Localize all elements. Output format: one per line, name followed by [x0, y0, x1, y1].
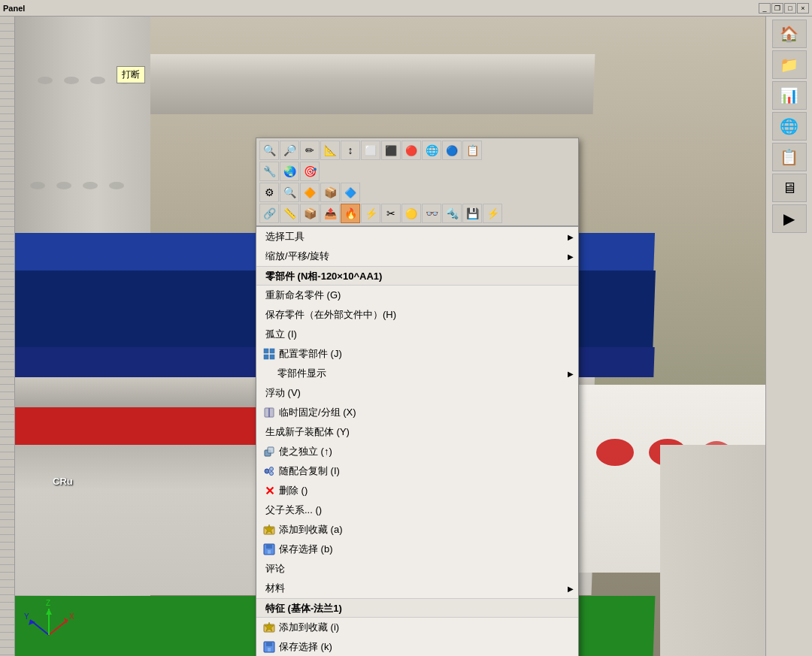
add-favorites2-label: 添加到收藏 (i) [279, 621, 339, 634]
svg-rect-23 [270, 355, 274, 359]
tb-scissors[interactable]: ✂ [381, 204, 401, 223]
menu-isolate[interactable]: 孤立 (I) [256, 325, 578, 344]
toolbar-row-2: 🔧 🌏 🎯 [259, 162, 575, 181]
save-icon [262, 543, 276, 556]
svg-rect-40 [268, 648, 271, 651]
menu-temp-fix[interactable]: 临时固定/分组 (X) [256, 403, 578, 422]
tb-ruler[interactable]: 📏 [280, 204, 299, 223]
right-icon-monitor[interactable]: 🖥 [772, 174, 807, 202]
menu-config-parts[interactable]: 配置零部件 (J) [256, 344, 578, 364]
independent-label: 使之独立 (↑) [279, 445, 332, 458]
tb-measure[interactable]: 📐 [320, 141, 340, 160]
fix-icon [262, 406, 276, 419]
maximize-btn2[interactable]: □ [784, 3, 796, 14]
tb-search1[interactable]: 🔍 [259, 141, 279, 160]
close-btn[interactable]: × [797, 3, 809, 14]
right-icon-folder[interactable]: 📁 [772, 50, 807, 79]
tb-glasses[interactable]: 👓 [422, 204, 441, 223]
tb-link[interactable]: 🔗 [259, 204, 279, 223]
tb-save[interactable]: 💾 [462, 204, 482, 223]
svg-rect-22 [264, 355, 268, 359]
tb-magnify[interactable]: 🔍 [280, 183, 299, 202]
menu-save-selection[interactable]: 保存选择 (b) [256, 540, 578, 559]
tb-bolt2[interactable]: 🔩 [442, 204, 462, 223]
tb-box[interactable]: ⬜ [361, 141, 380, 160]
tb-diamond[interactable]: 🔶 [300, 183, 320, 202]
independent-icon [262, 445, 276, 458]
right-icon-home[interactable]: 🏠 [772, 20, 807, 48]
scale-move-label: 缩放/平移/旋转 [265, 249, 329, 263]
tb-blue-diamond[interactable]: 🔷 [341, 183, 360, 202]
temp-fix-label: 临时固定/分组 (X) [279, 406, 356, 419]
tb-edit[interactable]: ✏ [300, 141, 320, 160]
copy-icon [262, 464, 276, 478]
tb-package[interactable]: 📦 [320, 183, 340, 202]
menu-comment[interactable]: 评论 [256, 559, 578, 579]
title-text: Panel [3, 4, 25, 13]
menu-scale-move[interactable]: 缩放/平移/旋转 [256, 246, 578, 266]
menu-save-external[interactable]: 保存零件（在外部文件中）(H) [256, 305, 578, 325]
section-part-text: 零部件 (N相-120×10^AA1) [265, 271, 382, 282]
svg-rect-21 [270, 349, 274, 353]
add-favorites-label: 添加到收藏 (a) [279, 523, 343, 537]
menu-delete[interactable]: ✕ 删除 () [256, 481, 578, 500]
menu-add-favorites[interactable]: 添加到收藏 (a) [256, 520, 578, 540]
svg-text:X: X [69, 612, 74, 621]
ctx-toolbar: 🔍 🔎 ✏ 📐 ↕ ⬜ ⬛ 🔴 🌐 🔵 📋 🔧 🌏 🎯 ⚙ [256, 138, 578, 227]
tb-yellow[interactable]: 🟡 [401, 204, 421, 223]
menu-parent-child[interactable]: 父子关系... () [256, 500, 578, 520]
rename-label: 重新命名零件 (G) [265, 289, 341, 302]
tb-bolt3[interactable]: ⚡ [483, 204, 502, 223]
title-controls: _ ❐ □ × [759, 3, 809, 14]
tb-box2[interactable]: 📦 [300, 204, 320, 223]
svg-rect-34 [266, 544, 272, 549]
tb-target[interactable]: 🎯 [300, 162, 320, 181]
menu-rename[interactable]: 重新命名零件 (G) [256, 286, 578, 305]
section-header-feature: 特征 (基体-法兰1) [256, 598, 578, 618]
svg-point-4 [30, 182, 45, 189]
maximize-btn[interactable]: ❐ [771, 3, 783, 14]
tb-world[interactable]: 🌏 [280, 162, 299, 181]
menu-float[interactable]: 浮动 (V) [256, 383, 578, 403]
material-label: 材料 [265, 582, 285, 595]
title-bar: Panel _ ❐ □ × [0, 0, 812, 17]
svg-rect-20 [264, 349, 268, 353]
tooltip-text: 打断 [122, 69, 140, 80]
tb-grid[interactable]: 📋 [462, 141, 482, 160]
right-panel: 🏠 📁 📊 🌐 📋 🖥 ▶ [765, 17, 812, 656]
menu-random-copy[interactable]: 随配合复制 (I) [256, 461, 578, 481]
tb-active-break[interactable]: 🔥 [341, 204, 360, 223]
menu-add-favorites2[interactable]: 添加到收藏 (i) [256, 618, 578, 637]
svg-point-29 [270, 467, 274, 471]
star-icon [262, 523, 276, 537]
tb-globe2[interactable]: 🌐 [422, 141, 441, 160]
menu-select-tool[interactable]: 选择工具 [256, 227, 578, 246]
menu-part-display[interactable]: 零部件显示 [256, 364, 578, 383]
right-icon-play[interactable]: ▶ [772, 204, 807, 233]
save2-icon [262, 640, 276, 654]
svg-point-6 [83, 182, 98, 189]
tb-blue-circle[interactable]: 🔵 [442, 141, 462, 160]
menu-save-selection2[interactable]: 保存选择 (k) [256, 637, 578, 656]
tb-arrow[interactable]: ↕ [341, 141, 360, 160]
tb-bolt[interactable]: ⚡ [361, 204, 380, 223]
right-icon-chart[interactable]: 📊 [772, 81, 807, 110]
tb-search2[interactable]: 🔎 [280, 141, 299, 160]
menu-make-independent[interactable]: 使之独立 (↑) [256, 442, 578, 461]
tb-wrench[interactable]: 🔧 [259, 162, 279, 181]
tb-gear[interactable]: ⚙ [259, 183, 279, 202]
svg-line-11 [49, 620, 68, 635]
tb-upload[interactable]: 📤 [320, 204, 340, 223]
right-icon-globe[interactable]: 🌐 [772, 112, 807, 141]
svg-point-1 [64, 77, 79, 84]
right-icon-list[interactable]: 📋 [772, 143, 807, 171]
star2-icon [262, 621, 276, 634]
menu-material[interactable]: 材料 [256, 579, 578, 598]
svg-marker-16 [46, 609, 52, 615]
menu-gen-sub[interactable]: 生成新子装配体 (Y) [256, 422, 578, 442]
minimize-btn[interactable]: _ [759, 3, 771, 14]
tb-circle[interactable]: 🔴 [401, 141, 421, 160]
part-display-label: 零部件显示 [277, 367, 326, 380]
tb-solid[interactable]: ⬛ [381, 141, 401, 160]
svg-text:Y: Y [24, 612, 29, 621]
